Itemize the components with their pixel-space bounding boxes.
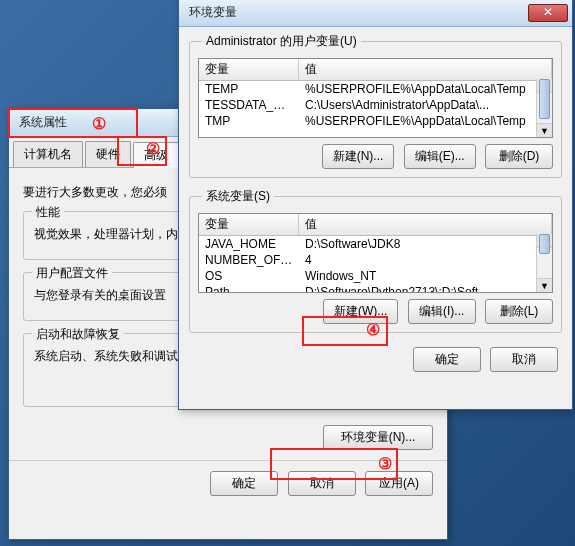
envvars-title: 环境变量 xyxy=(183,4,528,21)
col-value[interactable]: 值 xyxy=(299,59,552,80)
scroll-thumb[interactable] xyxy=(539,79,550,119)
sysprops-cancel-button[interactable]: 取消 xyxy=(288,471,356,496)
cell-variable: TMP xyxy=(199,113,299,129)
envvars-cancel-button[interactable]: 取消 xyxy=(490,347,558,372)
user-delete-button[interactable]: 删除(D) xyxy=(485,144,553,169)
sys-edit-button[interactable]: 编辑(I)... xyxy=(408,299,476,324)
list-item[interactable]: TESSDATA_PREFIXC:\Users\Administrator\Ap… xyxy=(199,97,552,113)
list-item[interactable]: NUMBER_OF_PR...4 xyxy=(199,252,552,268)
cell-variable: TESSDATA_PREFIX xyxy=(199,97,299,113)
cell-variable: JAVA_HOME xyxy=(199,236,299,252)
sys-delete-button[interactable]: 删除(L) xyxy=(485,299,553,324)
list-item[interactable]: TEMP%USERPROFILE%\AppData\Local\Temp xyxy=(199,81,552,97)
environment-variables-button[interactable]: 环境变量(N)... xyxy=(323,425,433,450)
list-item[interactable]: OSWindows_NT xyxy=(199,268,552,284)
user-list-header: 变量 值 xyxy=(199,59,552,81)
scroll-thumb[interactable] xyxy=(539,234,550,254)
cell-value: Windows_NT xyxy=(299,268,552,284)
close-button[interactable]: ✕ xyxy=(528,4,568,22)
tab-computer-name[interactable]: 计算机名 xyxy=(13,141,83,167)
user-profile-title: 用户配置文件 xyxy=(32,265,112,282)
environment-variables-window: 环境变量 ✕ Administrator 的用户变量(U) 变量 值 TEMP%… xyxy=(178,0,573,410)
list-item[interactable]: TMP%USERPROFILE%\AppData\Local\Temp xyxy=(199,113,552,129)
system-variables-legend: 系统变量(S) xyxy=(202,188,274,205)
cell-value: C:\Users\Administrator\AppData\... xyxy=(299,97,552,113)
sys-list-scrollbar[interactable]: ▲ ▼ xyxy=(536,234,552,292)
col-variable[interactable]: 变量 xyxy=(199,214,299,235)
cell-variable: Path xyxy=(199,284,299,293)
startup-recovery-title: 启动和故障恢复 xyxy=(32,326,124,343)
sys-new-button[interactable]: 新建(W)... xyxy=(323,299,398,324)
annotation-label-4: ④ xyxy=(366,320,380,339)
tab-hardware[interactable]: 硬件 xyxy=(85,141,131,167)
cell-variable: NUMBER_OF_PR... xyxy=(199,252,299,268)
col-variable[interactable]: 变量 xyxy=(199,59,299,80)
cell-variable: TEMP xyxy=(199,81,299,97)
envvars-titlebar[interactable]: 环境变量 ✕ xyxy=(179,0,572,27)
scroll-down-icon[interactable]: ▼ xyxy=(537,123,552,137)
cell-value: %USERPROFILE%\AppData\Local\Temp xyxy=(299,81,552,97)
col-value[interactable]: 值 xyxy=(299,214,552,235)
sysprops-ok-button[interactable]: 确定 xyxy=(210,471,278,496)
sys-list-header: 变量 值 xyxy=(199,214,552,236)
annotation-label-1: ① xyxy=(92,114,106,133)
annotation-label-3: ③ xyxy=(378,454,392,473)
envvars-ok-button[interactable]: 确定 xyxy=(413,347,481,372)
list-item[interactable]: JAVA_HOMED:\Software\JDK8 xyxy=(199,236,552,252)
annotation-label-2: ② xyxy=(146,139,160,158)
sysprops-apply-button[interactable]: 应用(A) xyxy=(365,471,433,496)
cell-value: %USERPROFILE%\AppData\Local\Temp xyxy=(299,113,552,129)
cell-value: D:\Software\Python2713\;D:\Soft... xyxy=(299,284,552,293)
system-variables-group: 系统变量(S) 变量 值 JAVA_HOMED:\Software\JDK8NU… xyxy=(189,188,562,333)
close-icon: ✕ xyxy=(543,5,553,19)
user-edit-button[interactable]: 编辑(E)... xyxy=(404,144,476,169)
user-list-scrollbar[interactable]: ▲ ▼ xyxy=(536,79,552,137)
performance-title: 性能 xyxy=(32,204,64,221)
user-variables-list[interactable]: 变量 值 TEMP%USERPROFILE%\AppData\Local\Tem… xyxy=(198,58,553,138)
list-item[interactable]: PathD:\Software\Python2713\;D:\Soft... xyxy=(199,284,552,293)
scroll-down-icon[interactable]: ▼ xyxy=(537,278,552,292)
cell-value: D:\Software\JDK8 xyxy=(299,236,552,252)
user-new-button[interactable]: 新建(N)... xyxy=(322,144,395,169)
system-variables-list[interactable]: 变量 值 JAVA_HOMED:\Software\JDK8NUMBER_OF_… xyxy=(198,213,553,293)
user-variables-group: Administrator 的用户变量(U) 变量 值 TEMP%USERPRO… xyxy=(189,33,562,178)
cell-value: 4 xyxy=(299,252,552,268)
user-variables-legend: Administrator 的用户变量(U) xyxy=(202,33,361,50)
cell-variable: OS xyxy=(199,268,299,284)
